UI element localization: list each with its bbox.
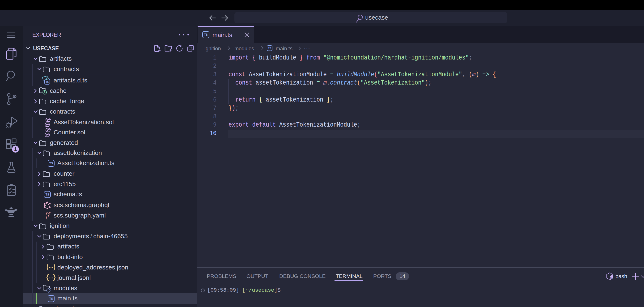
svg-text:$: $ (610, 277, 612, 279)
